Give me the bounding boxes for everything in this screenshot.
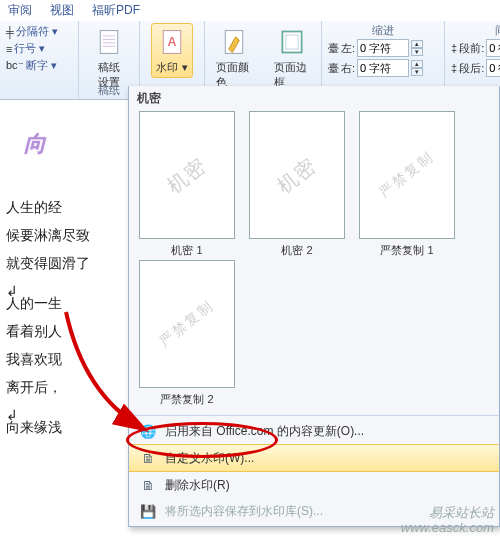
chevron-down-icon: ▾ — [182, 61, 188, 73]
remove-icon: 🗎 — [139, 476, 157, 494]
page-border-button[interactable]: 页面边框 — [269, 23, 315, 93]
svg-text:A: A — [168, 35, 177, 49]
indent-right[interactable]: 臺右:▴▾ — [328, 59, 423, 77]
page-color-button[interactable]: 页面颜色 — [211, 23, 257, 93]
doc-title: 向 — [24, 122, 136, 166]
svg-rect-0 — [100, 31, 118, 54]
breaks-menu[interactable]: ╪分隔符 ▾ — [6, 24, 58, 39]
menu-remove-watermark[interactable]: 🗎删除水印(R) — [129, 472, 499, 498]
watermark-gallery: 机密 机密机密 1 机密机密 2 严禁复制严禁复制 1 严禁复制严禁复制 2 🌐… — [128, 86, 500, 527]
spacing-before[interactable]: ‡段前:▴▾ — [451, 39, 500, 57]
ribbon-tabs: 审阅 视图 福昕PDF — [0, 0, 500, 21]
gallery-item[interactable]: 严禁复制严禁复制 2 — [139, 260, 235, 407]
document-body: 向 人生的经 候要淋漓尽致 就变得圆滑了 ↲ 人的一生 看着别人 我喜欢现 离开… — [0, 110, 142, 446]
globe-icon: 🌐 — [139, 422, 157, 440]
spacing-title: 间距 — [451, 23, 500, 38]
indent-title: 缩进 — [328, 23, 438, 38]
gallery-item[interactable]: 严禁复制严禁复制 1 — [359, 111, 455, 258]
spacing-after[interactable]: ‡段后:▴▾ — [451, 59, 500, 77]
watermark-icon: A — [156, 26, 188, 58]
hyphenation-menu[interactable]: bc⁻断字 ▾ — [6, 58, 57, 73]
menu-office-updates[interactable]: 🌐启用来自 Office.com 的内容更新(O)... — [129, 418, 499, 444]
gallery-item[interactable]: 机密机密 1 — [139, 111, 235, 258]
brand-watermark: 易采站长站 www.easck.com — [401, 505, 494, 536]
page-border-icon — [276, 26, 308, 58]
gallery-header: 机密 — [129, 86, 499, 111]
draft-icon — [93, 26, 125, 58]
watermark-button[interactable]: A 水印 ▾ — [151, 23, 193, 78]
watermark-small-icon: 🗎 — [139, 449, 157, 467]
page-color-icon — [218, 26, 250, 58]
indent-left[interactable]: 臺左:▴▾ — [328, 39, 423, 57]
menu-custom-watermark[interactable]: 🗎自定义水印(W)... — [129, 444, 499, 472]
tab-foxit[interactable]: 福昕PDF — [92, 2, 140, 19]
tab-review[interactable]: 审阅 — [8, 2, 32, 19]
line-numbers-menu[interactable]: ≡行号 ▾ — [6, 41, 45, 56]
tab-view[interactable]: 视图 — [50, 2, 74, 19]
save-icon: 💾 — [139, 502, 157, 520]
gallery-item[interactable]: 机密机密 2 — [249, 111, 345, 258]
